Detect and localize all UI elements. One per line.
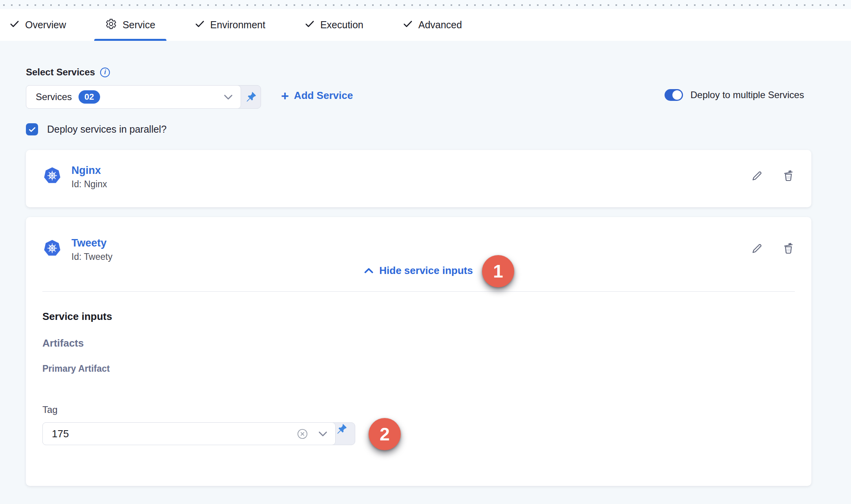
hide-service-inputs-link[interactable]: Hide service inputs <box>26 265 811 277</box>
select-services-row: Select Services i <box>26 67 110 78</box>
tab-label: Environment <box>210 19 265 31</box>
tag-combo <box>42 422 355 445</box>
tab-service[interactable]: Service <box>105 9 155 41</box>
chevron-up-icon <box>364 268 373 274</box>
artifacts-heading: Artifacts <box>42 337 84 349</box>
service-id: Id: Tweety <box>71 252 112 262</box>
services-dropdown[interactable]: Services 02 <box>26 85 241 109</box>
tab-execution[interactable]: Execution <box>305 9 363 41</box>
tab-label: Execution <box>320 19 363 31</box>
services-dropdown-value: Services <box>36 91 72 102</box>
tag-field-trailing <box>296 428 327 440</box>
services-count-badge: 02 <box>79 90 100 104</box>
annotation-badge-2: 2 <box>369 418 401 450</box>
chevron-down-icon[interactable] <box>318 431 327 437</box>
service-actions <box>749 169 796 183</box>
pin-icon <box>245 91 257 103</box>
dotted-line <box>3 4 851 6</box>
parallel-label: Deploy services in parallel? <box>47 124 166 135</box>
tab-label: Advanced <box>418 19 462 31</box>
chevron-down-icon[interactable] <box>224 94 233 100</box>
kubernetes-icon <box>44 239 61 257</box>
deploy-multiple-toggle[interactable] <box>665 89 683 101</box>
service-inputs-heading: Service inputs <box>42 310 112 323</box>
trash-icon <box>781 241 796 256</box>
delete-button[interactable] <box>781 169 796 183</box>
tag-input[interactable] <box>52 428 296 440</box>
delete-button[interactable] <box>781 241 796 256</box>
deploy-multiple-label: Deploy to multiple Services <box>690 89 804 100</box>
pencil-icon <box>749 241 764 256</box>
info-icon[interactable]: i <box>100 68 110 77</box>
kubernetes-icon <box>44 166 61 184</box>
services-combo: Services 02 <box>26 85 261 109</box>
trash-icon <box>781 169 796 183</box>
edit-button[interactable] <box>749 241 764 256</box>
stage-tabbar: Overview Service Environment Execution A… <box>0 9 851 41</box>
service-card-tweety: Tweety Id: Tweety Hide service inputs Se… <box>26 217 811 486</box>
tab-environment[interactable]: Environment <box>195 9 265 41</box>
add-service-button[interactable]: + Add Service <box>281 89 353 102</box>
service-header: Tweety Id: Tweety <box>44 237 112 262</box>
add-service-label: Add Service <box>294 89 353 102</box>
annotation-badge-1: 1 <box>482 255 514 287</box>
tag-label: Tag <box>42 404 58 415</box>
divider <box>42 291 795 292</box>
check-icon <box>403 19 413 31</box>
edit-button[interactable] <box>749 169 764 183</box>
parallel-row: Deploy services in parallel? <box>26 123 166 135</box>
tag-field-wrap <box>42 422 336 445</box>
top-dotted-strip <box>0 0 851 9</box>
tab-label: Overview <box>25 19 66 31</box>
service-name-link[interactable]: Nginx <box>71 165 107 177</box>
pin-button[interactable] <box>335 423 348 445</box>
pencil-icon <box>749 169 764 183</box>
check-icon <box>195 19 205 31</box>
clear-icon <box>296 428 309 440</box>
toggle-knob <box>672 90 682 100</box>
service-name-link[interactable]: Tweety <box>71 237 112 249</box>
service-id: Id: Nginx <box>71 179 107 190</box>
service-title-block: Tweety Id: Tweety <box>71 237 112 262</box>
service-header: Nginx Id: Nginx <box>44 165 107 190</box>
pin-button[interactable] <box>241 86 261 108</box>
check-icon <box>9 19 20 31</box>
tab-label: Service <box>122 19 155 31</box>
tab-overview[interactable]: Overview <box>9 9 66 41</box>
tab-advanced[interactable]: Advanced <box>403 9 462 41</box>
parallel-checkbox[interactable] <box>26 123 38 135</box>
clear-button[interactable] <box>296 428 309 440</box>
primary-artifact-heading: Primary Artifact <box>42 363 110 374</box>
check-icon <box>305 19 315 31</box>
service-card-nginx: Nginx Id: Nginx <box>26 150 811 207</box>
deploy-multiple-row: Deploy to multiple Services <box>665 89 804 101</box>
select-services-label: Select Services <box>26 67 95 78</box>
service-title-block: Nginx Id: Nginx <box>71 165 107 190</box>
pin-icon <box>335 423 348 435</box>
service-actions <box>749 241 796 256</box>
plus-icon: + <box>281 90 289 101</box>
gear-icon <box>105 18 117 32</box>
hide-service-inputs-label: Hide service inputs <box>379 265 473 277</box>
check-icon <box>28 126 36 133</box>
